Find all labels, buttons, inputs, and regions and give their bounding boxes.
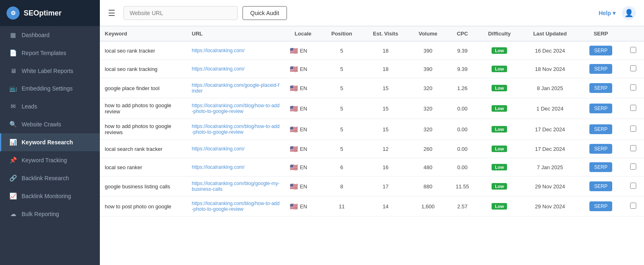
col-header-6[interactable]: CPC [447, 26, 478, 42]
col-header-8[interactable]: Last Updated [521, 26, 579, 42]
row-checkbox[interactable] [630, 84, 636, 91]
help-button[interactable]: Help ▾ [599, 10, 615, 16]
url-cell-4[interactable]: https://localranking.com/blog/how-to-add… [187, 119, 285, 140]
serp-cell-2[interactable]: SERP [579, 78, 623, 98]
checkbox-cell-3[interactable] [623, 98, 644, 119]
locale-text: EN [300, 85, 307, 91]
dashboard-icon: ▦ [9, 31, 17, 39]
serp-button[interactable]: SERP [589, 162, 613, 172]
serp-button[interactable]: SERP [589, 181, 613, 191]
report-templates-icon: 📄 [9, 49, 17, 57]
checkbox-cell-6[interactable] [623, 158, 644, 177]
sidebar-item-report-templates[interactable]: 📄Report Templates [0, 44, 100, 62]
quick-audit-button[interactable]: Quick Audit [243, 6, 287, 20]
serp-button[interactable]: SERP [589, 201, 613, 211]
url-input[interactable] [124, 6, 238, 20]
serp-button[interactable]: SERP [589, 104, 613, 113]
checkbox-cell-7[interactable] [623, 177, 644, 197]
url-cell-1[interactable]: https://localranking.com/ [187, 60, 285, 78]
serp-button[interactable]: SERP [589, 46, 613, 55]
serp-cell-5[interactable]: SERP [579, 140, 623, 158]
visits-cell-3: 15 [362, 98, 409, 119]
user-avatar[interactable]: 👤 [622, 6, 636, 20]
flag-icon: 🇺🇸 [290, 126, 298, 133]
logo-icon: ⚙ [7, 7, 20, 20]
sidebar-item-dashboard[interactable]: ▦Dashboard [0, 26, 100, 44]
hamburger-icon[interactable]: ☰ [108, 8, 115, 18]
col-header-3[interactable]: Position [321, 26, 362, 42]
updated-cell-7: 29 Nov 2024 [521, 177, 579, 197]
locale-cell-5: 🇺🇸EN [285, 140, 321, 158]
logo-text: SEOptimer [24, 9, 62, 18]
difficulty-cell-5: Low [478, 140, 521, 158]
url-cell-5[interactable]: https://localranking.com/ [187, 140, 285, 158]
row-checkbox[interactable] [630, 145, 636, 151]
row-checkbox[interactable] [630, 183, 636, 189]
row-checkbox[interactable] [630, 126, 636, 132]
col-header-9[interactable]: SERP [579, 26, 623, 42]
serp-cell-6[interactable]: SERP [579, 158, 623, 177]
serp-button[interactable]: SERP [589, 64, 613, 74]
col-header-1[interactable]: URL [187, 26, 285, 42]
keyword-cell-7: google business listing calls [100, 177, 187, 197]
col-header-4[interactable]: Est. Visits [362, 26, 409, 42]
checkbox-cell-8[interactable] [623, 197, 644, 216]
sidebar-item-embedding-settings[interactable]: 📺Embedding Settings [0, 80, 100, 97]
locale-cell-7: 🇺🇸EN [285, 177, 321, 197]
serp-cell-8[interactable]: SERP [579, 197, 623, 216]
sidebar-item-label: Backlink Research [22, 175, 69, 181]
sidebar-nav: ▦Dashboard📄Report Templates🖥White Label … [0, 26, 100, 265]
col-header-2[interactable]: Locale [285, 26, 321, 42]
sidebar-item-leads[interactable]: ✉Leads [0, 97, 100, 115]
white-label-reports-icon: 🖥 [9, 67, 17, 74]
col-header-5[interactable]: Volume [409, 26, 447, 42]
keyword-cell-1: local seo rank tracking [100, 60, 187, 78]
volume-cell-3: 320 [409, 98, 447, 119]
serp-button[interactable]: SERP [589, 124, 613, 134]
col-header-7[interactable]: Difficulty [478, 26, 521, 42]
position-cell-5: 5 [321, 140, 362, 158]
sidebar-item-keyword-tracking[interactable]: 📌Keyword Tracking [0, 151, 100, 169]
difficulty-badge: Low [492, 146, 507, 152]
serp-button[interactable]: SERP [589, 83, 613, 93]
checkbox-cell-0[interactable] [623, 41, 644, 60]
sidebar-item-keyword-research[interactable]: 📊Keyword Research [0, 133, 100, 151]
position-cell-4: 5 [321, 119, 362, 140]
url-cell-6[interactable]: https://localranking.com/ [187, 158, 285, 177]
url-cell-3[interactable]: https://localranking.com/blog/how-to-add… [187, 98, 285, 119]
updated-cell-8: 29 Nov 2024 [521, 197, 579, 216]
row-checkbox[interactable] [630, 203, 636, 209]
difficulty-cell-8: Low [478, 197, 521, 216]
serp-cell-7[interactable]: SERP [579, 177, 623, 197]
table-row: how to post photo on googlehttps://local… [100, 197, 644, 216]
col-header-0[interactable]: Keyword [100, 26, 187, 42]
locale-text: EN [300, 66, 307, 72]
serp-cell-3[interactable]: SERP [579, 98, 623, 119]
cpc-cell-5: 0.00 [447, 140, 478, 158]
checkbox-cell-5[interactable] [623, 140, 644, 158]
serp-cell-4[interactable]: SERP [579, 119, 623, 140]
serp-cell-1[interactable]: SERP [579, 60, 623, 78]
table-header: KeywordURLLocalePositionEst. VisitsVolum… [100, 26, 644, 42]
row-checkbox[interactable] [630, 163, 636, 170]
row-checkbox[interactable] [630, 105, 636, 111]
checkbox-cell-4[interactable] [623, 119, 644, 140]
visits-cell-4: 15 [362, 119, 409, 140]
serp-button[interactable]: SERP [589, 144, 613, 154]
row-checkbox[interactable] [630, 65, 636, 71]
url-cell-8[interactable]: https://localranking.com/blog/how-to-add… [187, 197, 285, 216]
sidebar-item-bulk-reporting[interactable]: ☁Bulk Reporting [0, 205, 100, 223]
serp-cell-0[interactable]: SERP [579, 41, 623, 60]
sidebar-item-backlink-research[interactable]: 🔗Backlink Research [0, 169, 100, 187]
table-row: local seo rank trackerhttps://localranki… [100, 41, 644, 60]
row-checkbox[interactable] [630, 47, 636, 53]
url-cell-7[interactable]: https://localranking.com/blog/google-my-… [187, 177, 285, 197]
sidebar-item-backlink-monitoring[interactable]: 📈Backlink Monitoring [0, 187, 100, 205]
sidebar-item-website-crawls[interactable]: 🔍Website Crawls [0, 115, 100, 133]
sidebar-item-white-label-reports[interactable]: 🖥White Label Reports [0, 62, 100, 80]
url-cell-0[interactable]: https://localranking.com/ [187, 41, 285, 60]
url-cell-2[interactable]: https://localranking.com/google-placeid-… [187, 78, 285, 98]
checkbox-cell-1[interactable] [623, 60, 644, 78]
sidebar-item-label: Keyword Research [22, 139, 73, 146]
checkbox-cell-2[interactable] [623, 78, 644, 98]
